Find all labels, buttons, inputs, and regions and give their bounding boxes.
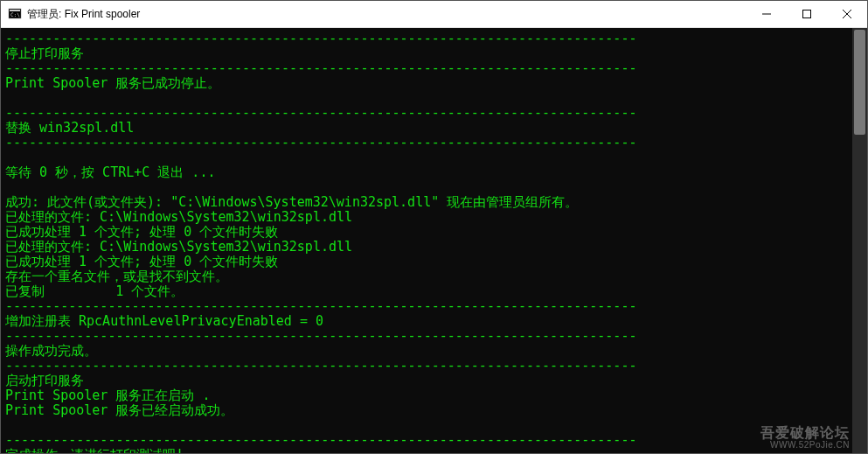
terminal-output[interactable]: ----------------------------------------… — [1, 28, 852, 453]
window-controls — [746, 1, 867, 27]
terminal-line — [5, 91, 848, 106]
terminal-line: ----------------------------------------… — [5, 106, 848, 121]
terminal-line: Print Spooler 服务正在启动 . — [5, 388, 848, 403]
terminal-area: ----------------------------------------… — [1, 28, 867, 453]
terminal-line: 已处理的文件: C:\Windows\System32\win32spl.dll — [5, 210, 848, 225]
close-button[interactable] — [827, 1, 867, 27]
terminal-line: 操作成功完成。 — [5, 344, 848, 359]
scrollbar[interactable] — [852, 28, 867, 453]
terminal-line: 停止打印服务 — [5, 46, 848, 61]
terminal-line: ----------------------------------------… — [5, 299, 848, 314]
minimize-button[interactable] — [746, 1, 787, 27]
terminal-line: 已处理的文件: C:\Windows\System32\win32spl.dll — [5, 240, 848, 255]
scroll-thumb[interactable] — [854, 30, 865, 135]
app-icon: C:\ — [8, 7, 22, 21]
terminal-line: 完成操作，请进行打印测试吧! — [5, 448, 848, 453]
titlebar[interactable]: C:\ 管理员: Fix Print spooler — [1, 1, 867, 28]
terminal-line: 存在一个重名文件，或是找不到文件。 — [5, 269, 848, 284]
svg-text:C:\: C:\ — [10, 11, 20, 17]
terminal-line: 成功: 此文件(或文件夹): "C:\Windows\System32\win3… — [5, 195, 848, 210]
terminal-line: 增加注册表 RpcAuthnLevelPrivacyEnabled = 0 — [5, 314, 848, 329]
svg-rect-4 — [803, 10, 811, 18]
window-title: 管理员: Fix Print spooler — [27, 7, 746, 22]
terminal-line: 等待 0 秒，按 CTRL+C 退出 ... — [5, 165, 848, 180]
terminal-line: 已成功处理 1 个文件; 处理 0 个文件时失败 — [5, 255, 848, 269]
terminal-line: ----------------------------------------… — [5, 136, 848, 150]
window-frame: C:\ 管理员: Fix Print spooler -------------… — [0, 0, 868, 454]
terminal-line: ----------------------------------------… — [5, 329, 848, 344]
terminal-line: ----------------------------------------… — [5, 359, 848, 374]
terminal-line: ----------------------------------------… — [5, 61, 848, 76]
terminal-line: 已复制 1 个文件。 — [5, 284, 848, 299]
terminal-line: ----------------------------------------… — [5, 31, 848, 46]
terminal-line — [5, 180, 848, 195]
terminal-line: Print Spooler 服务已经启动成功。 — [5, 403, 848, 418]
maximize-button[interactable] — [787, 1, 827, 27]
terminal-line — [5, 418, 848, 433]
terminal-line: 已成功处理 1 个文件; 处理 0 个文件时失败 — [5, 225, 848, 240]
terminal-line: Print Spooler 服务已成功停止。 — [5, 76, 848, 91]
terminal-line: 替换 win32spl.dll — [5, 121, 848, 136]
terminal-line — [5, 150, 848, 165]
terminal-line: 启动打印服务 — [5, 374, 848, 388]
terminal-line: ----------------------------------------… — [5, 433, 848, 448]
